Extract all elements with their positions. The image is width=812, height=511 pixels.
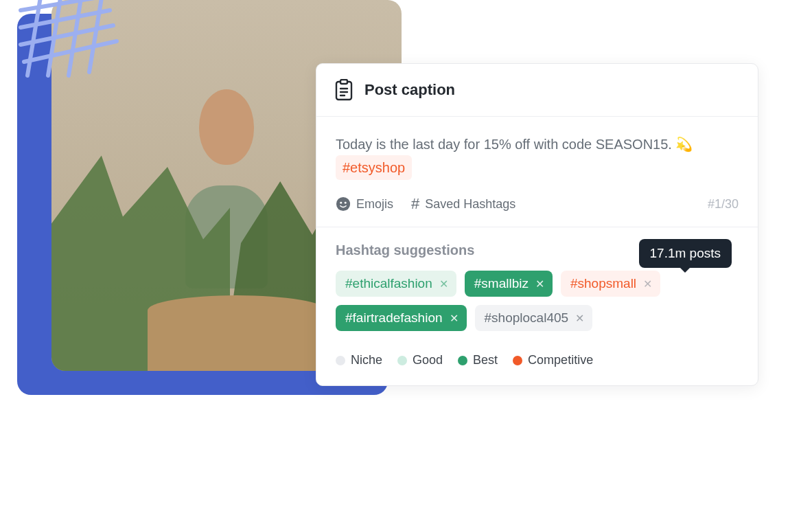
close-icon[interactable]: ✕ — [575, 312, 584, 325]
caption-input[interactable]: Today is the last day for 15% off with c… — [316, 117, 758, 192]
decorative-scribble-icon — [14, 0, 124, 79]
legend-label: Good — [413, 353, 443, 367]
svg-line-7 — [89, 0, 103, 72]
legend-label: Niche — [351, 353, 382, 367]
legend-competitive: Competitive — [513, 353, 593, 367]
caption-main-text: Today is the last day for 15% off with c… — [336, 137, 675, 152]
hashtag-chip[interactable]: #ethicalfashion ✕ — [336, 271, 456, 297]
hashtag-chip[interactable]: #smallbiz ✕ — [465, 271, 553, 297]
emojis-label: Emojis — [356, 197, 393, 212]
close-icon[interactable]: ✕ — [439, 277, 448, 291]
smile-face-icon — [336, 196, 351, 212]
post-caption-card: Post caption Today is the last day for 1… — [316, 63, 758, 386]
card-header: Post caption — [316, 64, 758, 117]
hashtag-chip[interactable]: #shoplocal405 ✕ — [475, 305, 593, 331]
hashtag-chip-row: 17.1m posts #ethicalfashion ✕ #smallbiz … — [336, 271, 739, 331]
chip-label: #smallbiz — [474, 276, 529, 291]
inline-hashtag[interactable]: #etsyshop — [336, 155, 412, 180]
card-title: Post caption — [364, 81, 455, 99]
legend-label: Competitive — [528, 353, 593, 367]
chip-label: #shoplocal405 — [485, 310, 569, 326]
chip-label: #shopsmall — [570, 276, 636, 291]
legend-niche: Niche — [336, 353, 382, 367]
chip-label: #fairtradefashion — [345, 310, 443, 326]
hashtag-chip[interactable]: #shopsmall ✕ — [561, 271, 660, 297]
chip-label: #ethicalfashion — [345, 276, 432, 291]
svg-line-4 — [27, 0, 41, 76]
legend-best: Best — [458, 353, 498, 367]
saved-hashtags-button[interactable]: # Saved Hashtags — [411, 195, 515, 213]
legend-label: Best — [473, 353, 498, 367]
close-icon[interactable]: ✕ — [643, 277, 652, 291]
emojis-button[interactable]: Emojis — [336, 196, 393, 212]
dot-icon — [458, 356, 467, 365]
hashtag-counter: #1/30 — [708, 197, 739, 212]
close-icon[interactable]: ✕ — [535, 277, 544, 291]
clipboard-icon — [334, 79, 353, 101]
saved-hashtags-label: Saved Hashtags — [425, 197, 515, 212]
svg-line-6 — [69, 0, 82, 76]
svg-point-13 — [336, 197, 350, 211]
hashtag-suggestions-section: Hashtag suggestions 17.1m posts #ethical… — [316, 227, 758, 348]
posts-tooltip: 17.1m posts — [639, 239, 732, 268]
dizzy-emoji-icon: 💫 — [675, 133, 693, 155]
hashtag-icon: # — [411, 195, 419, 213]
dot-icon — [336, 356, 345, 365]
dot-icon — [397, 356, 407, 365]
close-icon[interactable]: ✕ — [450, 312, 459, 325]
hashtag-chip[interactable]: #fairtradefashion ✕ — [336, 305, 467, 331]
svg-point-15 — [345, 202, 347, 204]
svg-point-14 — [340, 202, 342, 204]
caption-tools-row: Emojis # Saved Hashtags #1/30 — [316, 192, 758, 227]
caption-text: Today is the last day for 15% off with c… — [336, 133, 739, 180]
tier-legend: Niche Good Best Competitive — [316, 348, 758, 385]
legend-good: Good — [397, 353, 443, 367]
dot-icon — [513, 356, 522, 365]
svg-rect-9 — [340, 80, 347, 84]
